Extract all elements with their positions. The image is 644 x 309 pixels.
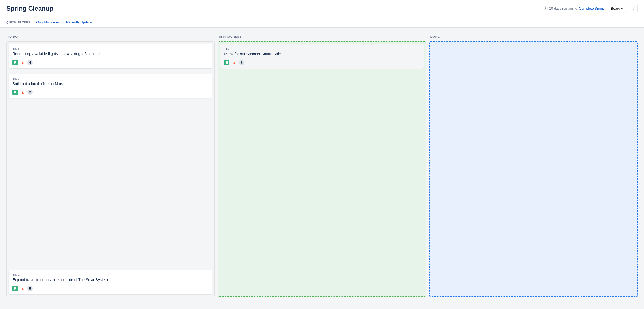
column-done-body <box>429 41 638 297</box>
divider <box>9 101 212 101</box>
story-points: 6 <box>27 286 33 291</box>
card-title: Plans for our Summer Saturn Sale <box>224 52 420 57</box>
quick-filters-label: QUICK FILTERS: <box>6 21 31 24</box>
header-actions: 🕐 10 days remaining Complete Sprint Boar… <box>543 5 638 12</box>
card-id: TIS-2 <box>12 77 208 80</box>
bookmark-icon <box>12 90 18 95</box>
board-dropdown-button[interactable]: Board ▾ <box>608 5 626 12</box>
quick-filters-bar: QUICK FILTERS: Only My Issues Recently U… <box>0 17 644 28</box>
card-tis-8[interactable]: TIS-8 Requesting available flights is no… <box>9 44 212 68</box>
bookmark-icon <box>12 286 18 291</box>
expand-icon: ⤢ <box>633 7 635 10</box>
expand-button[interactable]: ⤢ <box>630 5 638 12</box>
divider <box>9 71 212 71</box>
bookmark-icon <box>12 60 18 65</box>
card-id: TIS-5 <box>224 47 420 51</box>
card-id: TIS-8 <box>12 47 208 50</box>
divider <box>9 267 212 267</box>
chevron-down-icon: ▾ <box>621 6 623 10</box>
priority-icon: ▲ <box>20 60 25 65</box>
column-done-header: DONE <box>429 33 638 41</box>
card-tis-5[interactable]: TIS-5 Plans for our Summer Saturn Sale ▲… <box>220 44 423 69</box>
filter-recently-updated[interactable]: Recently Updated <box>65 20 95 25</box>
priority-icon: ▲ <box>20 286 25 291</box>
page-title: Spring Cleanup <box>6 5 53 12</box>
card-title: Requesting available flights is now taki… <box>12 51 208 57</box>
card-footer: ▲ 2 <box>12 90 208 95</box>
column-todo-body: TIS-8 Requesting available flights is no… <box>6 41 215 297</box>
card-tis-1[interactable]: TIS-1 Expand travel to destinations outs… <box>9 270 212 294</box>
board: TO DO TIS-8 Requesting available flights… <box>0 28 644 302</box>
priority-icon: ▲ <box>20 90 25 95</box>
bookmark-icon <box>224 60 229 65</box>
complete-sprint-button[interactable]: Complete Sprint <box>579 6 604 10</box>
card-footer: ▲ 4 <box>12 60 208 65</box>
card-footer: ▲ 8 <box>224 60 420 65</box>
column-inprogress-body: TIS-5 Plans for our Summer Saturn Sale ▲… <box>218 41 426 297</box>
card-tis-2[interactable]: TIS-2 Build out a local office on Mars ▲… <box>9 74 212 98</box>
card-title: Expand travel to destinations outside of… <box>12 277 208 283</box>
column-inprogress: IN PROGRESS TIS-5 Plans for our Summer S… <box>218 33 426 297</box>
column-todo: TO DO TIS-8 Requesting available flights… <box>6 33 215 297</box>
empty-space <box>9 104 212 264</box>
column-inprogress-header: IN PROGRESS <box>218 33 426 41</box>
column-done: DONE <box>429 33 638 297</box>
card-id: TIS-1 <box>12 273 208 276</box>
header: Spring Cleanup 🕐 10 days remaining Compl… <box>0 0 644 17</box>
story-points: 4 <box>27 60 33 65</box>
card-title: Build out a local office on Mars <box>12 81 208 87</box>
story-points: 8 <box>239 60 244 65</box>
story-points: 2 <box>27 90 33 95</box>
clock-icon: 🕐 <box>543 6 548 10</box>
card-footer: ▲ 6 <box>12 286 208 291</box>
column-todo-header: TO DO <box>6 33 215 41</box>
priority-icon: ▲ <box>232 60 237 65</box>
remaining-text: 🕐 10 days remaining Complete Sprint <box>543 6 604 10</box>
filter-only-my-issues[interactable]: Only My Issues <box>35 20 61 25</box>
